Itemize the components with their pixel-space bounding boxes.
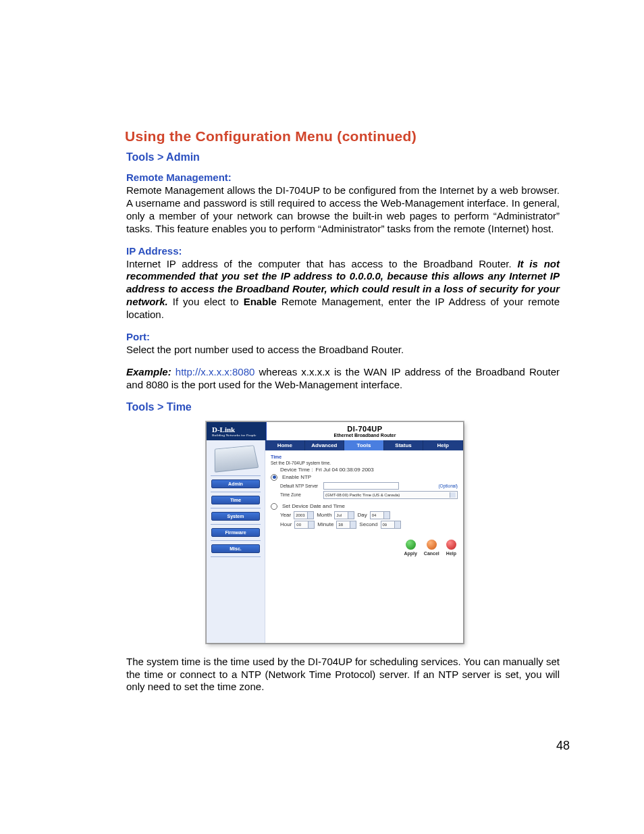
sidebar-separator — [211, 492, 261, 492]
month-select[interactable]: Jul — [334, 511, 354, 519]
ntp-server-input[interactable] — [323, 482, 399, 490]
sidebar-separator — [211, 508, 261, 509]
panel-subtitle: Set the DI-704UP system time. — [271, 461, 458, 465]
check-icon — [406, 540, 416, 550]
set-datetime-label: Set Device Date and Time — [282, 503, 345, 509]
timezone-select[interactable]: (GMT-08:00) Pacific Time (US & Canada) — [323, 491, 458, 499]
heading-port: Port: — [126, 331, 560, 342]
ip-enable-word: Enable — [244, 296, 277, 307]
tab-advanced[interactable]: Advanced — [305, 440, 345, 450]
example-url: http://x.x.x.x:8080 — [176, 366, 255, 377]
router-header: D-Link Building Networks for People DI-7… — [207, 422, 463, 440]
enable-ntp-label: Enable NTP — [282, 474, 311, 480]
sidebar-item-firmware[interactable]: Firmware — [211, 528, 260, 537]
router-main: Home Advanced Tools Status Help Time Set… — [265, 440, 463, 643]
router-tabs: Home Advanced Tools Status Help — [265, 440, 463, 450]
row-date: Year 2003 Month Jul Day 04 — [280, 511, 458, 519]
page-number: 48 — [556, 739, 570, 753]
tab-tools[interactable]: Tools — [344, 440, 384, 450]
page-title: Using the Configuration Menu (continued) — [125, 128, 560, 145]
model-name: DI-704UP — [347, 425, 382, 433]
heading-remote-management: Remote Management: — [126, 172, 560, 183]
row-device-time: Device Time : Fri Jul 04 00:38:09 2003 — [280, 467, 458, 473]
hour-select[interactable]: 00 — [294, 521, 315, 529]
sidebar-separator — [211, 556, 261, 557]
ntp-optional: (Optional) — [438, 484, 458, 488]
month-label: Month — [317, 512, 331, 518]
breadcrumb-time: Tools > Time — [126, 401, 560, 413]
text-example: Example: http://x.x.x.x:8080 whereas x.x… — [126, 366, 560, 392]
hour-label: Hour — [280, 521, 292, 527]
sidebar-item-time[interactable]: Time — [211, 496, 260, 504]
sidebar-separator — [211, 475, 261, 476]
ip-lead: Internet IP address of the computer that… — [126, 258, 517, 269]
row-time: Hour 00 Minute 38 Second 09 — [280, 521, 458, 529]
radio-enable-ntp[interactable] — [271, 474, 277, 481]
apply-button[interactable]: Apply — [404, 540, 417, 556]
sidebar-separator — [211, 540, 261, 541]
model-block: DI-704UP Ethernet Broadband Router — [267, 422, 463, 440]
year-select[interactable]: 2003 — [294, 511, 314, 519]
day-select[interactable]: 04 — [370, 511, 390, 519]
sidebar-item-misc[interactable]: Misc. — [211, 544, 260, 553]
sidebar-item-admin[interactable]: Admin — [211, 479, 260, 488]
example-label: Example: — [126, 366, 171, 377]
tab-help[interactable]: Help — [423, 440, 463, 450]
brand-name: D-Link — [212, 425, 235, 434]
breadcrumb-admin: Tools > Admin — [126, 151, 560, 163]
router-image — [215, 445, 259, 472]
sidebar-separator — [211, 524, 261, 525]
heading-ip-address: IP Address: — [126, 245, 560, 257]
radio-set-datetime[interactable] — [271, 503, 277, 510]
year-label: Year — [280, 512, 291, 518]
model-subtitle: Ethernet Broadband Router — [267, 433, 463, 438]
device-time-label: Device Time : — [280, 467, 313, 473]
action-bar: Apply Cancel Help — [271, 540, 458, 556]
second-label: Second — [359, 521, 377, 527]
panel-title: Time — [271, 454, 458, 459]
help-button[interactable]: Help — [446, 540, 456, 556]
row-enable-ntp[interactable]: Enable NTP — [271, 474, 458, 481]
timezone-label: Time Zone — [280, 492, 321, 497]
minute-label: Minute — [317, 521, 333, 527]
minute-select[interactable]: 38 — [336, 521, 356, 529]
router-sidebar: Admin Time System Firmware Misc. — [207, 440, 265, 643]
text-remote-management: Remote Management allows the DI-704UP to… — [126, 184, 560, 236]
day-label: Day — [357, 512, 367, 518]
row-set-datetime[interactable]: Set Device Date and Time — [271, 503, 458, 510]
tab-home[interactable]: Home — [265, 440, 305, 450]
ip-tail-a: If you elect to — [168, 296, 244, 307]
router-content: Time Set the DI-704UP system time. Devic… — [265, 450, 463, 558]
text-time-description: The system time is the time used by the … — [126, 656, 560, 694]
help-icon — [446, 540, 456, 550]
text-ip-address: Internet IP address of the computer that… — [126, 258, 560, 321]
document-page: Using the Configuration Menu (continued)… — [0, 0, 644, 834]
second-select[interactable]: 09 — [381, 521, 401, 529]
router-body: Admin Time System Firmware Misc. Home Ad… — [207, 440, 463, 643]
brand-logo: D-Link Building Networks for People — [207, 422, 267, 440]
row-ntp-server: Default NTP Server (Optional) — [280, 482, 458, 490]
ntp-server-label: Default NTP Server — [280, 484, 321, 488]
device-time-value: Fri Jul 04 00:38:09 2003 — [315, 467, 373, 473]
row-timezone: Time Zone (GMT-08:00) Pacific Time (US &… — [280, 491, 458, 499]
text-port: Select the port number used to access th… — [126, 344, 560, 357]
tab-status[interactable]: Status — [384, 440, 424, 450]
cancel-icon — [427, 540, 437, 550]
router-screenshot: D-Link Building Networks for People DI-7… — [206, 421, 464, 644]
sidebar-item-system[interactable]: System — [211, 512, 260, 521]
brand-tagline: Building Networks for People — [212, 434, 261, 437]
cancel-button[interactable]: Cancel — [424, 540, 439, 556]
